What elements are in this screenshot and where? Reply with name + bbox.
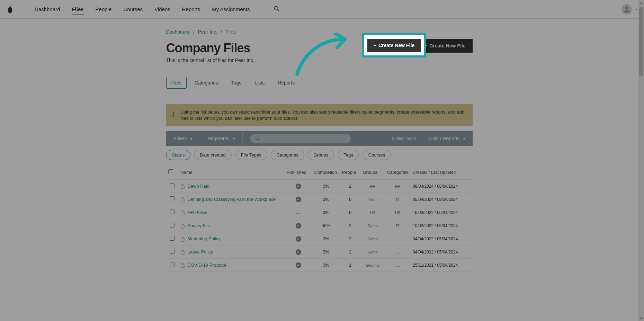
- pill-file-types[interactable]: File Types: [235, 150, 267, 160]
- page-subtitle: This is the central list of files for Pe…: [166, 57, 473, 63]
- page-content: Dashboard / Pear Inc. / Files Company Fi…: [166, 19, 473, 286]
- ellipsis-icon: ...: [296, 210, 301, 215]
- info-banner-text: Using the list below, you can search and…: [180, 109, 466, 122]
- pill-status[interactable]: Status: [166, 150, 191, 160]
- col-completion[interactable]: Completion: [312, 165, 340, 180]
- nav-people[interactable]: People: [96, 0, 112, 18]
- scrollbar[interactable]: ▲ ▼: [638, 0, 644, 321]
- table-row: HR Policy...0%0HRHR16/03/2022 / 05/04/20…: [166, 206, 473, 219]
- pill-categories[interactable]: Categories: [271, 150, 304, 160]
- file-count: 16 files found: [391, 136, 416, 141]
- row-checkbox[interactable]: [170, 262, 175, 267]
- subtab-lists[interactable]: Lists: [249, 77, 270, 89]
- file-link[interactable]: Marketing Policy: [187, 236, 220, 241]
- filter-toolbar: Filters ▾ Segments ▾ 16 files found List…: [166, 131, 473, 146]
- breadcrumb: Dashboard / Pear Inc. / Files: [166, 29, 473, 35]
- pill-tags[interactable]: Tags: [338, 150, 359, 160]
- filter-pills: Status Date created File Types Categorie…: [166, 150, 473, 160]
- col-created[interactable]: Created / Last Updated: [411, 165, 472, 180]
- search-box[interactable]: [250, 134, 351, 143]
- create-button-label: Create New File: [429, 43, 465, 48]
- plus-icon: +: [424, 43, 427, 48]
- search-input[interactable]: [262, 136, 346, 141]
- user-menu[interactable]: ▾: [621, 4, 637, 15]
- nav-items: Dashboard Files People Courses Videos Re…: [35, 0, 280, 18]
- svg-line-4: [258, 139, 259, 140]
- row-checkbox[interactable]: [170, 223, 175, 228]
- table-row: COVID-19 Protocol0%1Security...25/11/202…: [166, 259, 473, 272]
- nav-reports[interactable]: Reports: [182, 0, 200, 18]
- page-title: Company Files: [166, 41, 250, 55]
- pill-groups[interactable]: Groups: [308, 150, 334, 160]
- file-link[interactable]: HR Policy: [187, 210, 207, 215]
- subtab-files[interactable]: Files: [166, 77, 187, 89]
- search-icon[interactable]: [274, 6, 280, 13]
- scroll-down-icon[interactable]: ▼: [638, 315, 644, 321]
- logo-icon[interactable]: [6, 5, 14, 14]
- nav-files[interactable]: Files: [72, 0, 83, 18]
- scroll-thumb[interactable]: [639, 7, 643, 76]
- file-link[interactable]: Leave Policy: [187, 249, 213, 255]
- row-checkbox[interactable]: [170, 236, 175, 241]
- check-icon: [296, 236, 301, 242]
- nav-videos[interactable]: Videos: [154, 0, 170, 18]
- subtab-reports[interactable]: Reports: [272, 77, 300, 89]
- chevron-down-icon: ▾: [190, 137, 192, 141]
- svg-point-2: [625, 6, 628, 9]
- info-icon: i: [172, 110, 175, 119]
- file-link[interactable]: COVID-19 Protocol: [187, 262, 226, 268]
- filters-dropdown[interactable]: Filters ▾: [166, 131, 200, 146]
- row-checkbox[interactable]: [170, 196, 175, 201]
- nav-my-assignments[interactable]: My Assignments: [212, 0, 250, 18]
- pill-date-created[interactable]: Date created: [194, 150, 231, 160]
- nav-dashboard[interactable]: Dashboard: [35, 0, 60, 18]
- col-published[interactable]: Published: [285, 165, 312, 180]
- col-people[interactable]: People: [340, 165, 361, 180]
- breadcrumb-dashboard[interactable]: Dashboard: [166, 29, 190, 35]
- col-name[interactable]: Name: [178, 165, 284, 180]
- table-row: Defining and Classifying AI in the Workp…: [166, 193, 473, 206]
- check-icon: [296, 223, 301, 229]
- scroll-up-icon[interactable]: ▲: [638, 0, 644, 6]
- breadcrumb-sep: /: [193, 29, 195, 35]
- segments-dropdown[interactable]: Segments ▾: [200, 131, 243, 146]
- breadcrumb-sep: /: [221, 29, 222, 35]
- col-categories[interactable]: Categories: [385, 165, 411, 180]
- lists-reports-label: Lists / Reports: [429, 136, 459, 141]
- subtab-tags[interactable]: Tags: [226, 77, 247, 89]
- breadcrumb-company[interactable]: Pear Inc.: [198, 29, 217, 35]
- chevron-down-icon: ▾: [233, 137, 235, 141]
- file-link[interactable]: Dawn Raid: [187, 184, 209, 189]
- table-row: Marketing Policy0%2Demo...04/04/2022 / 0…: [166, 232, 473, 246]
- table-row: Leave Policy0%2Demo...04/04/2022 / 05/04…: [166, 246, 473, 259]
- check-icon: [296, 184, 301, 189]
- nav-courses[interactable]: Courses: [123, 0, 143, 18]
- check-icon: [296, 249, 301, 255]
- subtab-categories[interactable]: Categories: [189, 77, 223, 89]
- check-icon: [296, 262, 301, 268]
- file-link[interactable]: Survey File: [187, 223, 210, 228]
- row-checkbox[interactable]: [170, 249, 175, 254]
- table-row: Dawn Raid0%2HRHR08/04/2024 / 08/04/2024: [166, 180, 473, 193]
- svg-point-0: [274, 6, 278, 10]
- avatar-icon: [621, 4, 632, 15]
- toolbar-search-wrap: [243, 134, 391, 143]
- ellipsis-icon: ...: [395, 236, 400, 241]
- select-all-checkbox[interactable]: [168, 169, 173, 174]
- file-link[interactable]: Defining and Classifying AI in the Workp…: [187, 197, 276, 202]
- filters-label: Filters: [174, 136, 187, 141]
- search-icon: [255, 136, 260, 141]
- files-table: Name Published Completion People Groups …: [166, 165, 473, 272]
- col-groups[interactable]: Groups: [360, 165, 385, 180]
- svg-point-3: [256, 137, 258, 140]
- row-checkbox[interactable]: [170, 209, 175, 214]
- info-banner: i Using the list below, you can search a…: [166, 104, 473, 126]
- pill-courses[interactable]: Courses: [363, 150, 391, 160]
- svg-line-1: [277, 9, 279, 11]
- create-new-file-button[interactable]: + Create New File: [418, 39, 472, 53]
- check-icon: [296, 197, 301, 202]
- row-checkbox[interactable]: [170, 183, 175, 188]
- chevron-down-icon: ▾: [635, 7, 637, 11]
- lists-reports-dropdown[interactable]: Lists / Reports ▾: [421, 131, 472, 146]
- top-nav: Dashboard Files People Courses Videos Re…: [0, 0, 644, 19]
